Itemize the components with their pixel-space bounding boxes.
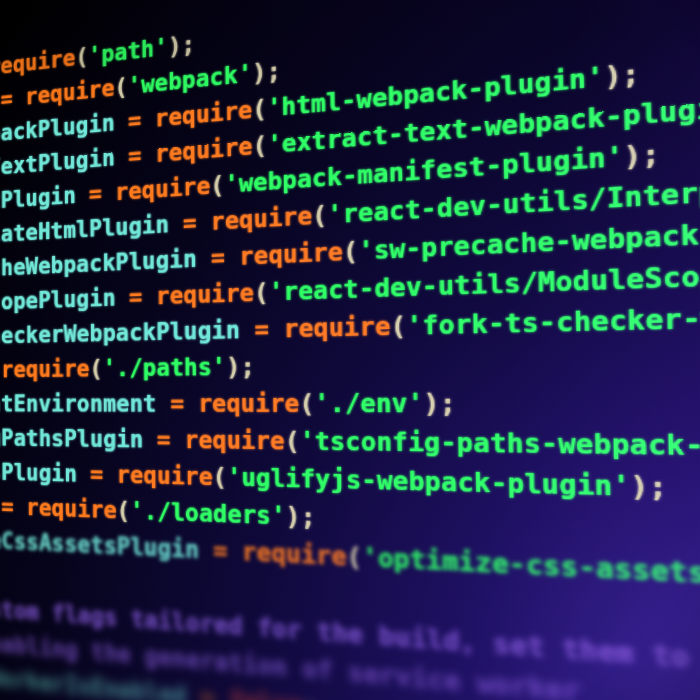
code-editor-photo: webpack.config.prod.js > ..., 3 months a… — [0, 0, 700, 700]
code-sheet: webpack.config.prod.js > ..., 3 months a… — [0, 0, 700, 700]
perspective-viewport: webpack.config.prod.js > ..., 3 months a… — [0, 0, 700, 700]
